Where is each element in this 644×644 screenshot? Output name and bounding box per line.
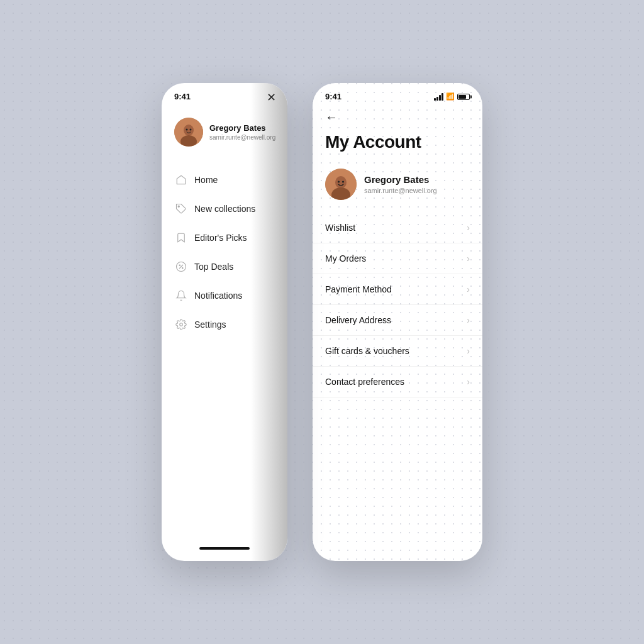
home-indicator <box>199 547 250 550</box>
left-profile-row: Gregory Bates samir.runte@newell.org <box>162 105 287 165</box>
menu-item-my-orders[interactable]: My Orders › <box>313 243 482 274</box>
left-user-name: Gregory Bates <box>209 123 275 133</box>
home-icon <box>175 174 187 186</box>
svg-point-3 <box>186 129 188 131</box>
left-user-email: samir.runte@newell.org <box>209 134 275 141</box>
nav-item-settings[interactable]: Settings <box>162 310 287 339</box>
nav-label-settings: Settings <box>194 319 226 330</box>
bell-icon <box>175 290 187 301</box>
chevron-icon: › <box>467 315 470 325</box>
tag-icon <box>175 203 187 214</box>
nav-list: Home New collections Editor's Picks <box>162 165 287 541</box>
back-button[interactable]: ← <box>313 105 482 127</box>
nav-item-notifications[interactable]: Notifications <box>162 281 287 310</box>
gear-icon <box>175 319 187 330</box>
svg-point-14 <box>338 180 340 182</box>
chevron-icon: › <box>467 223 470 233</box>
signal-icon <box>434 93 443 101</box>
close-button[interactable]: ✕ <box>267 92 276 103</box>
menu-item-gift-cards[interactable]: Gift cards & vouchers › <box>313 336 482 367</box>
menu-label-delivery-address: Delivery Address <box>325 315 391 325</box>
nav-item-home[interactable]: Home <box>162 165 287 194</box>
menu-label-my-orders: My Orders <box>325 253 366 264</box>
nav-item-top-deals[interactable]: Top Deals <box>162 252 287 281</box>
account-menu: Wishlist › My Orders › Payment Method › … <box>313 213 482 561</box>
nav-item-editors-picks[interactable]: Editor's Picks <box>162 223 287 252</box>
account-avatar <box>325 169 357 200</box>
right-time: 9:41 <box>325 92 341 101</box>
nav-label-editors-picks: Editor's Picks <box>194 233 247 243</box>
chevron-icon: › <box>467 377 470 387</box>
nav-label-top-deals: Top Deals <box>194 262 233 272</box>
left-time: 9:41 <box>174 92 191 101</box>
chevron-icon: › <box>467 346 470 356</box>
menu-item-delivery-address[interactable]: Delivery Address › <box>313 305 482 336</box>
menu-label-payment-method: Payment Method <box>325 284 392 294</box>
status-icons: 📶 <box>434 92 470 101</box>
svg-point-10 <box>180 323 183 326</box>
menu-label-contact-preferences: Contact preferences <box>325 377 404 387</box>
menu-label-wishlist: Wishlist <box>325 223 355 233</box>
deals-icon <box>175 261 187 272</box>
svg-point-9 <box>182 268 184 269</box>
avatar <box>174 118 203 147</box>
left-profile-info: Gregory Bates samir.runte@newell.org <box>209 123 275 141</box>
chevron-icon: › <box>467 284 470 294</box>
menu-item-contact-preferences[interactable]: Contact preferences › <box>313 367 482 397</box>
phone-left: 9:41 ✕ Gregory Bates samir.ru <box>162 83 287 561</box>
svg-point-8 <box>179 265 180 266</box>
svg-point-5 <box>178 206 179 207</box>
right-status-bar: 9:41 📶 <box>313 83 482 105</box>
chevron-icon: › <box>467 253 470 264</box>
nav-label-notifications: Notifications <box>194 291 242 301</box>
menu-item-wishlist[interactable]: Wishlist › <box>313 213 482 243</box>
bookmark-icon <box>175 232 187 243</box>
phone-right: 9:41 📶 ← My Account <box>313 83 482 561</box>
account-user-name: Gregory Bates <box>364 174 437 185</box>
nav-label-new-collections: New collections <box>194 204 255 214</box>
svg-point-4 <box>190 129 192 131</box>
menu-item-payment-method[interactable]: Payment Method › <box>313 274 482 305</box>
page-title: My Account <box>313 127 482 162</box>
account-user-email: samir.runte@newell.org <box>364 187 437 194</box>
svg-point-1 <box>184 125 194 136</box>
account-profile-info: Gregory Bates samir.runte@newell.org <box>364 174 437 194</box>
svg-point-15 <box>342 180 344 182</box>
battery-icon <box>457 94 470 100</box>
nav-label-home: Home <box>194 175 218 185</box>
menu-label-gift-cards: Gift cards & vouchers <box>325 346 409 356</box>
nav-item-new-collections[interactable]: New collections <box>162 194 287 223</box>
svg-point-12 <box>335 176 347 189</box>
scene: 9:41 ✕ Gregory Bates samir.ru <box>162 83 482 561</box>
account-profile-row: Gregory Bates samir.runte@newell.org <box>313 162 482 213</box>
wifi-icon: 📶 <box>446 92 455 101</box>
